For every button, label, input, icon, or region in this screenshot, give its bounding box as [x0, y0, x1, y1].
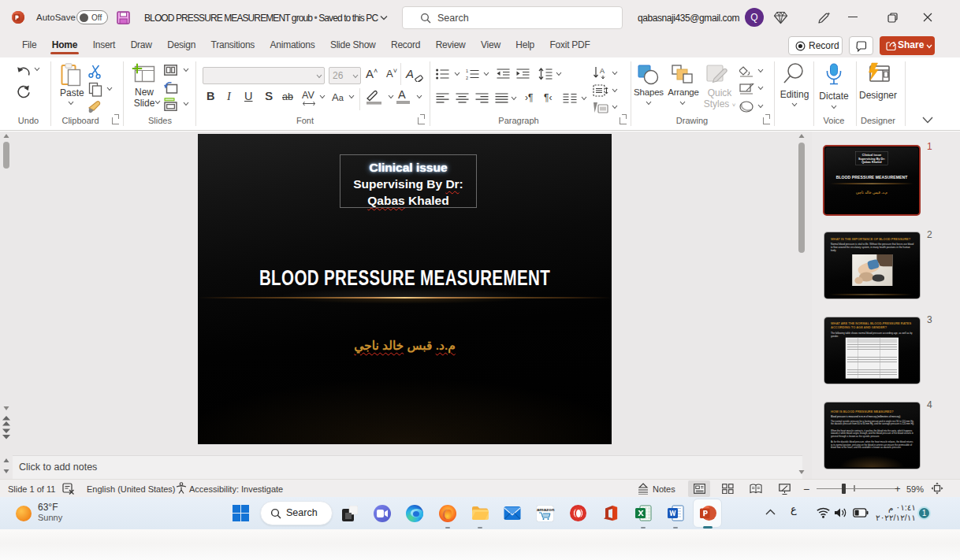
svg-text:A: A: [600, 67, 605, 75]
svg-text:1: 1: [466, 69, 468, 73]
svg-text:2: 2: [466, 76, 468, 80]
